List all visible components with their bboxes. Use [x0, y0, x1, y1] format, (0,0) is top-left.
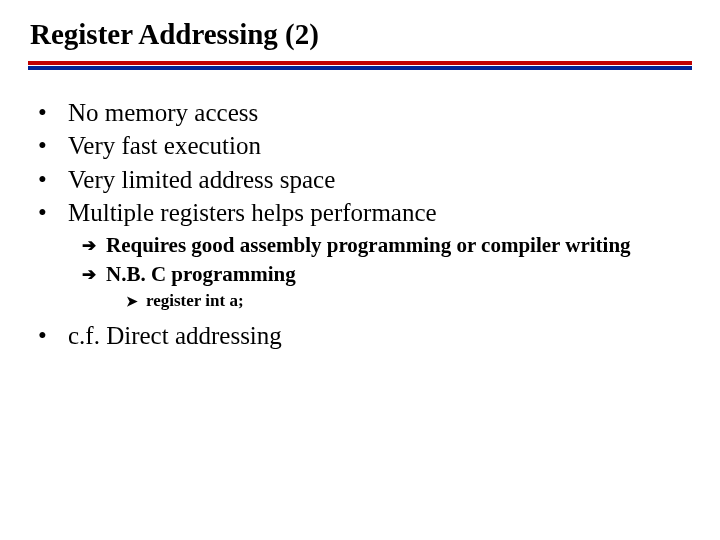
bullet-icon: • — [38, 164, 68, 195]
divider-blue — [28, 66, 692, 70]
list-item-text: Requires good assembly programming or co… — [106, 232, 631, 259]
arrow-small-icon: ➤ — [126, 292, 146, 314]
list-item-text: c.f. Direct addressing — [68, 320, 282, 351]
arrow-icon: ➔ — [82, 235, 106, 262]
slide-body: • No memory access • Very fast execution… — [38, 97, 692, 351]
subsublist: ➤ register int a; — [126, 290, 692, 312]
list-item: • Very fast execution — [38, 130, 692, 161]
divider-red — [28, 61, 692, 65]
slide-title: Register Addressing (2) — [30, 18, 692, 51]
bullet-icon: • — [38, 197, 68, 228]
list-item-text: No memory access — [68, 97, 258, 128]
divider-rule — [28, 61, 692, 69]
bullet-icon: • — [38, 97, 68, 128]
list-item: ➔ Requires good assembly programming or … — [82, 232, 692, 259]
list-item: • Multiple registers helps performance — [38, 197, 692, 228]
list-item-text: N.B. C programming — [106, 261, 296, 288]
list-item: • Very limited address space — [38, 164, 692, 195]
list-item-text: Very limited address space — [68, 164, 335, 195]
arrow-icon: ➔ — [82, 264, 106, 291]
list-item-text: Multiple registers helps performance — [68, 197, 437, 228]
list-item: • No memory access — [38, 97, 692, 128]
slide: Register Addressing (2) • No memory acce… — [0, 0, 720, 540]
sublist: ➔ Requires good assembly programming or … — [82, 232, 692, 312]
list-item-text: Very fast execution — [68, 130, 261, 161]
list-item: ➤ register int a; — [126, 290, 692, 312]
list-item-text: register int a; — [146, 290, 244, 312]
bullet-icon: • — [38, 320, 68, 351]
list-item: ➔ N.B. C programming — [82, 261, 692, 288]
bullet-icon: • — [38, 130, 68, 161]
list-item: • c.f. Direct addressing — [38, 320, 692, 351]
